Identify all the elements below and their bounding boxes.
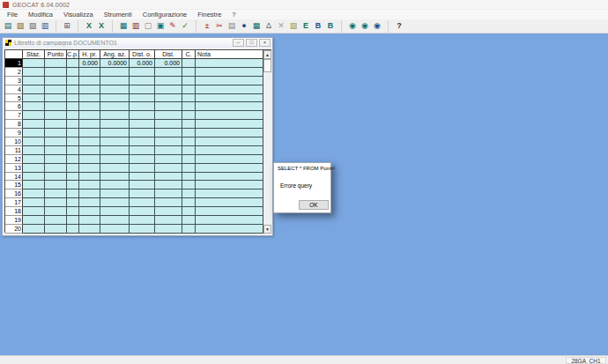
table-cell[interactable] (182, 207, 196, 216)
clear-icon[interactable]: ✕ (275, 20, 287, 33)
table-cell[interactable] (100, 102, 130, 111)
table-cell[interactable] (23, 164, 45, 173)
open-libretto-icon[interactable]: ▨ (14, 20, 26, 33)
preview2-icon[interactable]: ◉ (359, 20, 371, 33)
document-titlebar[interactable]: Libretto di campagna DOCUMENTO1 – □ × (3, 38, 272, 48)
table-row[interactable]: 20 (5, 225, 271, 234)
table-cell[interactable] (45, 164, 67, 173)
column-header-staz[interactable]: Staz. (23, 50, 45, 59)
table-cell[interactable] (79, 181, 100, 189)
table-row[interactable]: 8 (5, 120, 271, 129)
table-cell[interactable] (79, 111, 100, 120)
table-cell[interactable] (67, 129, 79, 137)
print-icon[interactable]: ⊞ (61, 20, 73, 33)
save-libretto-icon[interactable]: ▥ (39, 20, 51, 33)
notebook1-icon[interactable]: B (312, 20, 324, 33)
table-cell[interactable] (100, 129, 130, 137)
table-cell[interactable] (79, 137, 100, 146)
table-row[interactable]: 18 (5, 207, 271, 216)
table-cell[interactable] (155, 85, 182, 94)
table-cell[interactable] (23, 129, 45, 137)
table-cell[interactable] (100, 155, 130, 164)
preview3-icon[interactable]: ◉ (371, 20, 383, 33)
table-cell[interactable]: 0.0000 (100, 59, 130, 68)
column-header-angaz[interactable]: Ang. az. (100, 50, 130, 59)
stations-icon[interactable]: ▦ (117, 20, 130, 33)
table-cell[interactable] (67, 189, 79, 198)
table-row[interactable]: 15 (5, 181, 271, 189)
table-cell[interactable] (23, 173, 45, 182)
table-cell[interactable] (67, 146, 79, 155)
table-cell[interactable] (79, 225, 100, 234)
table-cell[interactable] (182, 181, 196, 189)
table-cell[interactable] (130, 85, 155, 94)
table-cell[interactable] (23, 207, 45, 216)
table-cell[interactable] (23, 225, 45, 234)
table-cell[interactable] (196, 77, 263, 85)
table-cell[interactable] (23, 77, 45, 85)
table-cell[interactable] (182, 102, 196, 111)
table-cell[interactable] (182, 216, 196, 225)
dialog-close-icon[interactable]: × (332, 163, 336, 173)
validate-icon[interactable]: ✓ (179, 20, 191, 33)
table-cell[interactable] (67, 120, 79, 129)
table-cell[interactable] (182, 120, 196, 129)
table-cell[interactable] (45, 146, 67, 155)
triangulation-icon[interactable]: Δ (263, 20, 275, 33)
table-cell[interactable] (23, 198, 45, 207)
table-cell[interactable] (155, 94, 182, 103)
table-cell[interactable] (79, 77, 100, 85)
row-number[interactable]: 18 (5, 207, 23, 216)
table-cell[interactable] (196, 189, 263, 198)
table-cell[interactable] (182, 155, 196, 164)
table-cell[interactable] (130, 68, 155, 77)
table-cell[interactable] (79, 155, 100, 164)
table-cell[interactable] (67, 181, 79, 189)
table-cell[interactable] (79, 68, 100, 77)
table-cell[interactable] (100, 181, 130, 189)
table-cell[interactable] (45, 207, 67, 216)
table-cell[interactable] (196, 181, 263, 189)
table-cell[interactable] (67, 225, 79, 234)
list-icon[interactable]: ▤ (226, 20, 238, 33)
column-header-cp[interactable]: C.p. (67, 50, 79, 59)
table-cell[interactable] (155, 137, 182, 146)
table-row[interactable]: 17 (5, 198, 271, 207)
grid-icon[interactable]: ▦ (250, 20, 263, 33)
table-cell[interactable] (196, 164, 263, 173)
table-cell[interactable] (79, 189, 100, 198)
table-cell[interactable] (100, 120, 130, 129)
table-cell[interactable] (130, 146, 155, 155)
points-icon[interactable]: ▥ (130, 20, 142, 33)
table-cell[interactable] (79, 120, 100, 129)
row-number[interactable]: 6 (5, 102, 23, 111)
column-header-disto[interactable]: Dist. o. (130, 50, 155, 59)
row-number[interactable]: 7 (5, 111, 23, 120)
table-cell[interactable] (67, 77, 79, 85)
table-cell[interactable] (100, 189, 130, 198)
table-cell[interactable] (130, 155, 155, 164)
point-icon[interactable]: ● (238, 20, 250, 33)
table-row[interactable]: 2 (5, 68, 271, 77)
table-cell[interactable] (100, 173, 130, 182)
table-cell[interactable] (79, 129, 100, 137)
table-cell[interactable] (196, 102, 263, 111)
menu-item-configurazione[interactable]: Configurazione (137, 10, 192, 19)
table-cell[interactable] (155, 129, 182, 137)
menu-item-finestre[interactable]: Finestre (192, 10, 226, 19)
table-cell[interactable] (45, 173, 67, 182)
table-cell[interactable] (100, 198, 130, 207)
table-cell[interactable] (67, 102, 79, 111)
table-cell[interactable] (100, 137, 130, 146)
row-number[interactable]: 5 (5, 94, 23, 103)
table-cell[interactable] (100, 111, 130, 120)
table-row[interactable]: 13 (5, 164, 271, 173)
table-row[interactable]: 5 (5, 94, 271, 103)
table-cell[interactable] (130, 102, 155, 111)
table-cell[interactable] (79, 216, 100, 225)
table-cell[interactable] (155, 102, 182, 111)
table-cell[interactable] (155, 207, 182, 216)
row-number[interactable]: 9 (5, 129, 23, 137)
table-cell[interactable] (79, 173, 100, 182)
menu-item-modifica[interactable]: Modifica (23, 10, 58, 19)
